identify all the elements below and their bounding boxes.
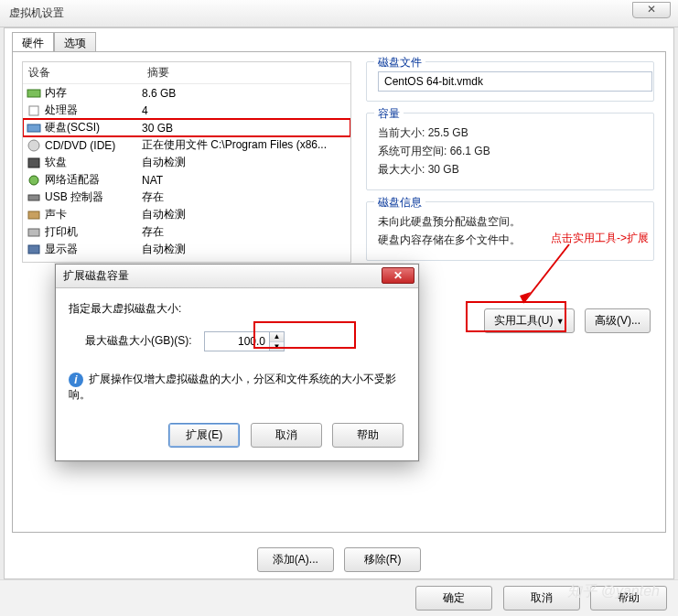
legend-capacity: 容量 (374, 106, 404, 122)
expand-dialog-header[interactable]: 扩展磁盘容量 ✕ (56, 265, 418, 288)
group-disk-file: 磁盘文件 (366, 61, 654, 102)
annotation-text: 点击实用工具->扩展 (551, 231, 649, 246)
legend-disk-info: 磁盘信息 (374, 195, 425, 211)
expand-dialog-close-button[interactable]: ✕ (382, 267, 414, 284)
add-device-button[interactable]: 添加(A)... (257, 547, 334, 572)
expand-dialog-title: 扩展磁盘容量 (63, 268, 129, 284)
header-summary: 摘要 (142, 62, 350, 83)
legend-disk-file: 磁盘文件 (374, 55, 425, 70)
expand-dialog-body: 指定最大虚拟磁盘大小: 最大磁盘大小(GB)(S): ▲ ▼ i扩展操作仅增大虚… (56, 288, 418, 417)
device-row-cpu[interactable]: 处理器4 (23, 102, 350, 119)
printer-icon (27, 226, 41, 239)
device-row-floppy[interactable]: 软盘自动检测 (23, 154, 350, 171)
device-list-header: 设备 摘要 (23, 62, 350, 84)
help-button[interactable]: 帮助 (590, 586, 667, 611)
footer-bar: 确定 取消 帮助 (0, 579, 678, 616)
spin-down[interactable]: ▼ (270, 342, 284, 351)
size-input[interactable] (205, 332, 269, 351)
svg-rect-2 (27, 124, 40, 132)
expand-info-text: 扩展操作仅增大虚拟磁盘的大小，分区和文件系统的大小不受影响。 (69, 373, 396, 401)
expand-info-row: i扩展操作仅增大虚拟磁盘的大小，分区和文件系统的大小不受影响。 (69, 372, 405, 403)
display-icon (27, 243, 41, 256)
tab-strip: 硬件选项 (12, 32, 96, 52)
chevron-down-icon: ▼ (556, 317, 565, 326)
device-row-network[interactable]: 网络适配器NAT (23, 171, 350, 189)
svg-rect-6 (28, 195, 39, 200)
svg-rect-4 (28, 158, 39, 168)
capacity-max: 最大大小: 30 GB (378, 162, 644, 178)
spinner-buttons: ▲ ▼ (269, 332, 284, 351)
svg-rect-7 (28, 211, 39, 219)
remove-device-button[interactable]: 移除(R) (344, 547, 421, 572)
expand-dialog: 扩展磁盘容量 ✕ 指定最大虚拟磁盘大小: 最大磁盘大小(GB)(S): ▲ ▼ … (55, 264, 419, 461)
ok-button[interactable]: 确定 (415, 586, 492, 611)
info-icon: i (69, 373, 83, 387)
advanced-button[interactable]: 高级(V)... (585, 308, 651, 333)
device-row-memory[interactable]: 内存8.6 GB (23, 84, 350, 102)
usb-icon (27, 191, 41, 204)
svg-rect-1 (29, 106, 38, 115)
disk-info-line1: 未向此硬盘预分配磁盘空间。 (378, 214, 644, 230)
header-device: 设备 (23, 62, 142, 83)
svg-rect-8 (28, 229, 39, 236)
spin-up[interactable]: ▲ (270, 332, 284, 342)
device-row-printer[interactable]: 打印机存在 (23, 223, 350, 241)
memory-icon (27, 87, 41, 100)
device-list: 设备 摘要 内存8.6 GB 处理器4 硬盘(SCSI)30 GB CD/DVD… (22, 61, 351, 263)
disk-file-input[interactable] (378, 71, 652, 92)
svg-rect-0 (27, 90, 40, 97)
window-title: 虚拟机设置 (9, 5, 64, 21)
device-row-sound[interactable]: 声卡自动检测 (23, 206, 350, 223)
harddisk-icon (27, 122, 41, 135)
cdrom-icon (27, 139, 41, 152)
expand-cancel-button[interactable]: 取消 (251, 423, 322, 448)
group-capacity: 容量 当前大小: 25.5 GB 系统可用空间: 66.1 GB 最大大小: 3… (366, 113, 654, 190)
size-spinner: ▲ ▼ (204, 331, 285, 351)
svg-point-5 (29, 176, 38, 185)
close-button[interactable]: ✕ (632, 2, 671, 18)
capacity-current: 当前大小: 25.5 GB (378, 125, 644, 141)
device-row-display[interactable]: 显示器自动检测 (23, 241, 350, 258)
floppy-icon (27, 157, 41, 169)
device-row-usb[interactable]: USB 控制器存在 (23, 189, 350, 206)
svg-point-3 (28, 140, 39, 151)
device-row-harddisk[interactable]: 硬盘(SCSI)30 GB (23, 119, 350, 136)
svg-rect-9 (28, 245, 39, 254)
cpu-icon (27, 104, 41, 117)
title-bar: 虚拟机设置 ✕ (0, 0, 678, 27)
expand-button[interactable]: 扩展(E) (168, 423, 240, 448)
network-icon (27, 174, 41, 187)
sound-icon (27, 209, 41, 222)
max-size-label: 最大磁盘大小(GB)(S): (85, 334, 192, 347)
device-button-row: 添加(A)... 移除(R) (13, 547, 665, 572)
utility-row: 实用工具(U) ▼ 高级(V)... (480, 308, 654, 333)
expand-dialog-buttons: 扩展(E) 取消 帮助 (56, 417, 418, 460)
expand-help-button[interactable]: 帮助 (332, 423, 404, 448)
capacity-free: 系统可用空间: 66.1 GB (378, 144, 644, 159)
expand-prompt: 指定最大虚拟磁盘大小: (69, 301, 405, 317)
utility-button[interactable]: 实用工具(U) ▼ (484, 308, 575, 333)
device-row-cdrom[interactable]: CD/DVD (IDE)正在使用文件 C:\Program Files (x86… (23, 136, 350, 154)
cancel-button[interactable]: 取消 (503, 586, 580, 611)
